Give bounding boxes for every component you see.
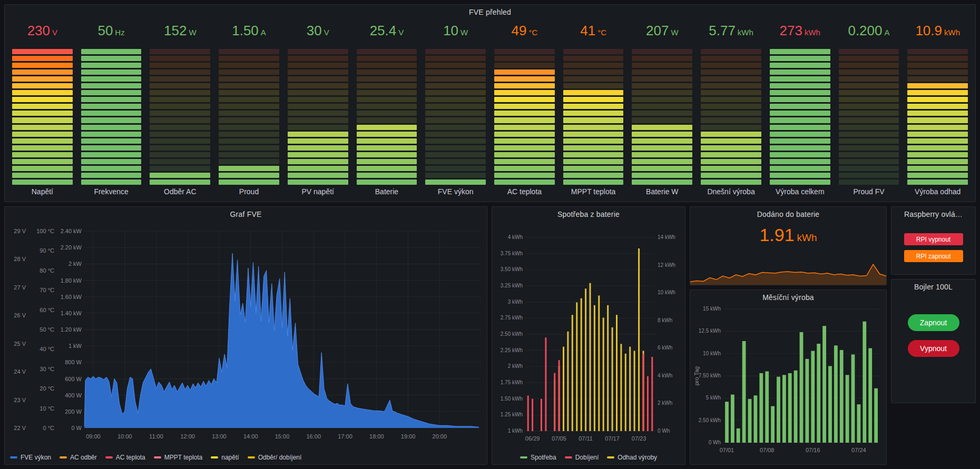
gauge-cell bbox=[563, 173, 624, 178]
gauge-cell bbox=[770, 97, 830, 102]
gauge-cell bbox=[632, 152, 692, 157]
graf-fve-plot[interactable]: 0 W200 W400 W600 W800 W1 kW1.20 kW1.40 k… bbox=[5, 207, 487, 464]
gauge-ac-teplota: 49°CAC teplota bbox=[490, 22, 559, 198]
dodano-sparkline bbox=[690, 258, 886, 285]
axis-tick-label: 07/01 bbox=[720, 447, 734, 453]
bar-daily-production bbox=[868, 348, 872, 443]
legend-item[interactable]: AC teplota bbox=[105, 454, 145, 461]
panel-title-spotreba[interactable]: Spotřeba z baterie bbox=[492, 210, 685, 218]
gauge-cell bbox=[907, 90, 968, 95]
gauge-cell bbox=[81, 179, 142, 185]
legend-item[interactable]: Spotřeba bbox=[520, 454, 556, 461]
rpi-shutdown-button[interactable]: RPI vypnout bbox=[904, 233, 963, 245]
gauge-cell bbox=[701, 69, 761, 75]
legend-item[interactable]: napětí bbox=[211, 454, 239, 461]
bar-odhad-v-roby bbox=[620, 344, 622, 431]
gauge-label: PV napětí bbox=[288, 185, 348, 198]
gauge-cell bbox=[632, 138, 692, 144]
gauge-value-number: 152 bbox=[164, 24, 187, 37]
gauge-cell bbox=[494, 125, 555, 130]
legend-item[interactable]: FVE výkon bbox=[10, 454, 51, 461]
legend-item[interactable]: MPPT teplota bbox=[154, 454, 202, 461]
rpi-button-group: RPI vypnout RPI zapnout bbox=[891, 233, 975, 262]
bar-odhad-v-roby bbox=[576, 303, 577, 432]
gauge-cell bbox=[839, 152, 899, 157]
bar-daily-production bbox=[737, 428, 740, 443]
gauge-cell bbox=[770, 117, 830, 123]
legend-item[interactable]: AC odběr bbox=[60, 454, 97, 461]
gauge-cell bbox=[219, 117, 279, 123]
gauge-cell bbox=[357, 69, 417, 75]
panel-title-mesicni[interactable]: Měsíční výroba bbox=[690, 293, 886, 302]
boiler-off-button[interactable]: Vypnout bbox=[908, 340, 959, 357]
panel-title-fve-prehled[interactable]: FVE přehled bbox=[5, 8, 975, 16]
gauge-baterie-w: 207WBaterie W bbox=[628, 22, 697, 198]
gauge-cell bbox=[701, 173, 761, 178]
axis-tick-label: 1.80 kW bbox=[61, 277, 82, 284]
axis-tick-label: 12 kWh bbox=[658, 262, 675, 268]
gauge-nap-t-: 230VNapětí bbox=[8, 22, 77, 198]
gauge-cell bbox=[150, 173, 210, 178]
gauge-cell bbox=[12, 69, 73, 75]
axis-tick-label: 27 V bbox=[14, 284, 26, 291]
gauge-cell bbox=[219, 97, 279, 102]
gauge-cell bbox=[357, 125, 417, 130]
gauge-cell bbox=[150, 179, 210, 185]
boiler-on-button[interactable]: Zapnout bbox=[908, 314, 959, 331]
grafana-dashboard: FVE přehled 230VNapětí50HzFrekvence152WO… bbox=[0, 0, 980, 469]
legend-item[interactable]: Dobíjení bbox=[565, 454, 599, 461]
axis-tick-label: 14:00 bbox=[243, 433, 258, 440]
gauge-cell bbox=[701, 132, 761, 137]
axis-tick-label: 4 kWh bbox=[658, 373, 672, 378]
gauge-cell bbox=[701, 90, 761, 95]
gauge-cell bbox=[907, 152, 968, 157]
legend-item[interactable]: Odběr/ dobíjení bbox=[248, 454, 302, 461]
gauge-cell bbox=[81, 117, 142, 123]
rpi-poweron-button[interactable]: RPI zapnout bbox=[904, 250, 963, 262]
gauge-cell bbox=[632, 90, 692, 95]
axis-tick-label: 50 °C bbox=[40, 326, 54, 333]
axis-tick-label: 29 V bbox=[14, 228, 26, 234]
panel-title-raspberry[interactable]: Raspberry ovlá… bbox=[891, 210, 975, 218]
panel-title-dodano[interactable]: Dodáno do baterie bbox=[690, 210, 886, 218]
gauge-bar bbox=[839, 49, 899, 185]
gauge-cell bbox=[494, 104, 555, 109]
panel-title-graf-fve[interactable]: Graf FVE bbox=[5, 210, 487, 218]
gauge-cell bbox=[632, 125, 692, 130]
gauge-bar bbox=[770, 49, 830, 185]
panel-title-bojler[interactable]: Bojler 100L bbox=[891, 283, 975, 291]
axis-tick-label: 22 V bbox=[14, 425, 26, 431]
axis-tick-label: 1.75 kWh bbox=[501, 380, 523, 385]
gauge-cell bbox=[150, 83, 210, 88]
gauge-cell bbox=[907, 104, 968, 109]
gauge-cell bbox=[839, 69, 899, 75]
gauge-cell bbox=[632, 159, 692, 164]
gauge-cell bbox=[81, 104, 142, 109]
bar-dob-jen- bbox=[643, 354, 644, 431]
gauge-value-unit: W bbox=[671, 28, 678, 36]
bar-dob-jen- bbox=[532, 399, 533, 431]
gauge-cell bbox=[770, 76, 830, 82]
legend-label: Dobíjení bbox=[575, 454, 599, 461]
mesicni-plot[interactable]: 0 Wh2.50 kWh5 kWh7.50 kWh10 kWh12.5 kWh1… bbox=[690, 290, 886, 464]
gauge-cell bbox=[81, 63, 142, 68]
gauge-label: Frekvence bbox=[81, 185, 142, 198]
gauge-cell bbox=[12, 152, 73, 157]
gauge-cell bbox=[81, 152, 142, 157]
legend-item[interactable]: Odhad výroby bbox=[607, 454, 657, 461]
bar-odhad-v-roby bbox=[567, 332, 569, 431]
gauge-cell bbox=[425, 76, 486, 82]
axis-tick-label: 3.25 kWh bbox=[501, 283, 523, 288]
gauge-cell bbox=[150, 97, 210, 102]
gauge-cell bbox=[632, 76, 692, 82]
gauge-cell bbox=[150, 145, 210, 151]
spotreba-plot[interactable]: 1 kWh1.25 kWh1.50 kWh1.75 kWh2 kWh2.25 k… bbox=[492, 207, 685, 464]
gauge-cell bbox=[219, 179, 279, 185]
gauge-cell bbox=[494, 166, 555, 171]
gauge-cell bbox=[907, 179, 968, 185]
axis-tick-label: 24 V bbox=[14, 368, 26, 375]
gauge-cell bbox=[563, 97, 624, 102]
gauge-cell bbox=[425, 138, 486, 144]
panel-mesicni-vyroba: Měsíční výroba 0 Wh2.50 kWh5 kWh7.50 kWh… bbox=[690, 290, 887, 465]
graf-fve-legend: FVE výkonAC odběrAC teplotaMPPT teplotan… bbox=[10, 454, 301, 461]
